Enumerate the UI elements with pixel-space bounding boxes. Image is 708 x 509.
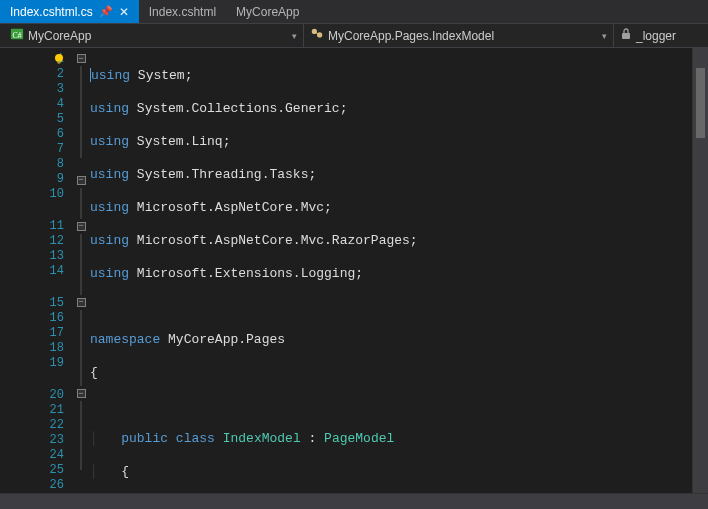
svg-rect-4 [622,33,630,39]
line-number: 10 [42,187,64,201]
line-number: 19 [42,356,64,370]
line-number: 20 [42,388,64,402]
line-number-gutter: 1 2 3 4 5 6 7 8 9 10 11 12 13 14 15 16 1… [0,48,72,493]
keyword: namespace [90,332,160,347]
line-number: 14 [42,264,64,278]
tab-mycoreapp[interactable]: MyCoreApp [226,0,309,23]
fold-toggle[interactable]: − [77,54,86,63]
line-number: 25 [42,463,64,477]
pin-icon[interactable]: 📌 [99,5,113,18]
line-number: 12 [42,234,64,248]
line-number: 2 [42,67,64,81]
code-text: System.Collections.Generic; [137,101,348,116]
line-number: 6 [42,127,64,141]
code-text: Microsoft.AspNetCore.Mvc; [137,200,332,215]
fold-column: − − − − − [72,48,90,493]
svg-text:C#: C# [12,31,21,40]
code-text: Microsoft.Extensions.Logging; [137,266,363,281]
tab-label: MyCoreApp [236,5,299,19]
line-number: 18 [42,341,64,355]
type-name: PageModel [324,431,394,446]
brace: { [121,464,129,479]
line-number: 24 [42,448,64,462]
keyword: using [90,266,129,281]
code-text: System.Linq; [137,134,231,149]
tab-label: Index.cshtml [149,5,216,19]
keyword: using [90,101,129,116]
chevron-down-icon: ▾ [602,31,607,41]
class-dropdown[interactable]: MyCoreApp.Pages.IndexModel ▾ [304,24,614,47]
keyword: using [90,233,129,248]
line-number: 11 [42,219,64,233]
fold-toggle[interactable]: − [77,222,86,231]
tab-label: Index.cshtml.cs [10,5,93,19]
line-number: 17 [42,326,64,340]
line-number: 8 [42,157,64,171]
code-editor[interactable]: 1 2 3 4 5 6 7 8 9 10 11 12 13 14 15 16 1… [0,48,708,493]
member-name: _logger [636,29,676,43]
project-name: MyCoreApp [28,29,91,43]
code-text: MyCoreApp.Pages [168,332,285,347]
line-number: 3 [42,82,64,96]
keyword: using [90,200,129,215]
brace: { [90,365,98,380]
line-number: 16 [42,311,64,325]
svg-point-5 [55,54,63,62]
keyword: using [90,134,129,149]
line-number: 5 [42,112,64,126]
line-number: 15 [42,296,64,310]
keyword: class [176,431,215,446]
fold-toggle[interactable]: − [77,389,86,398]
class-name: MyCoreApp.Pages.IndexModel [328,29,494,43]
fold-toggle[interactable]: − [77,176,86,185]
lock-icon [620,28,632,43]
chevron-down-icon: ▾ [292,31,297,41]
line-number: 23 [42,433,64,447]
lightbulb-icon[interactable] [52,52,66,66]
fold-toggle[interactable]: − [77,298,86,307]
code-text: Microsoft.AspNetCore.Mvc.RazorPages; [137,233,418,248]
keyword: using [90,167,129,182]
line-number: 26 [42,478,64,492]
line-number: 9 [42,172,64,186]
tab-index-cshtml[interactable]: Index.cshtml [139,0,226,23]
tab-bar: Index.cshtml.cs 📌 ✕ Index.cshtml MyCoreA… [0,0,708,24]
class-icon [310,27,324,44]
line-number: 22 [42,418,64,432]
line-number: 21 [42,403,64,417]
vertical-scrollbar[interactable] [692,48,708,493]
line-number: 13 [42,249,64,263]
line-number: 7 [42,142,64,156]
code-text: System; [138,68,193,83]
line-number: 4 [42,97,64,111]
context-navbar: C# MyCoreApp ▾ MyCoreApp.Pages.IndexMode… [0,24,708,48]
code-area[interactable]: using System; using System.Collections.G… [90,48,692,493]
project-dropdown[interactable]: C# MyCoreApp ▾ [4,24,304,47]
svg-rect-6 [58,61,61,64]
keyword: public [121,431,168,446]
horizontal-scrollbar[interactable] [0,493,708,509]
close-icon[interactable]: ✕ [119,5,129,19]
code-text: : [301,431,324,446]
csharp-project-icon: C# [10,27,24,44]
member-dropdown[interactable]: _logger [614,24,704,47]
code-text: System.Threading.Tasks; [137,167,316,182]
tab-index-cs[interactable]: Index.cshtml.cs 📌 ✕ [0,0,139,23]
type-name: IndexModel [223,431,301,446]
keyword: using [91,68,130,83]
